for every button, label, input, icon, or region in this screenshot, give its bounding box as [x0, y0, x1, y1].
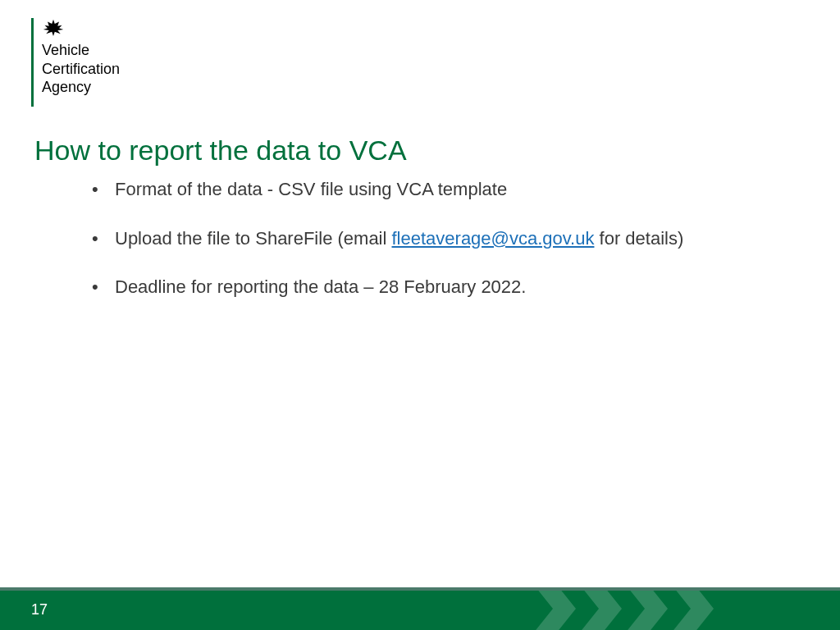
agency-line-3: Agency	[42, 78, 120, 97]
logo-area: Vehicle Certification Agency	[31, 18, 120, 107]
logo-accent-bar	[31, 18, 34, 107]
email-link[interactable]: fleetaverage@vca.gov.uk	[392, 228, 595, 249]
chevron-icon	[671, 587, 717, 630]
chevron-icon	[625, 587, 671, 630]
page-number: 17	[31, 601, 48, 619]
svg-point-0	[52, 25, 55, 29]
slide-title: How to report the data to VCA	[34, 135, 407, 167]
footer-bar: 17	[0, 587, 840, 630]
agency-line-1: Vehicle	[42, 41, 120, 60]
chevron-icon	[533, 587, 579, 630]
bullet-text-before: Upload the file to ShareFile (email	[115, 228, 392, 249]
bullet-text: Format of the data - CSV file using VCA …	[115, 179, 507, 199]
logo-text-column: Vehicle Certification Agency	[42, 18, 120, 97]
list-item: Deadline for reporting the data – 28 Feb…	[92, 275, 799, 299]
list-item: Format of the data - CSV file using VCA …	[92, 177, 799, 202]
bullet-text: Deadline for reporting the data – 28 Feb…	[115, 276, 526, 297]
chevron-decoration	[533, 587, 717, 630]
bullet-list: Format of the data - CSV file using VCA …	[92, 177, 799, 324]
agency-line-2: Certification	[42, 60, 120, 79]
chevron-icon	[579, 587, 625, 630]
bullet-text-after: for details)	[594, 228, 683, 249]
list-item: Upload the file to ShareFile (email flee…	[92, 226, 799, 251]
crown-icon	[42, 18, 65, 38]
